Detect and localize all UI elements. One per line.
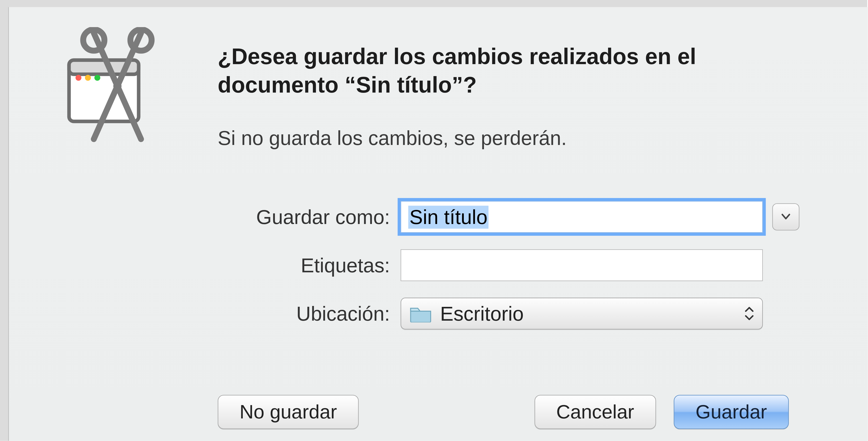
chevron-down-icon	[781, 213, 791, 220]
save-as-label: Guardar como:	[219, 205, 401, 229]
expand-save-panel-button[interactable]	[772, 203, 799, 230]
save-as-value: Sin título	[408, 205, 489, 229]
dialog-button-bar: No guardar Cancelar Guardar	[218, 395, 789, 429]
save-changes-dialog: ¿Desea guardar los cambios realizados en…	[8, 7, 868, 441]
svg-point-2	[75, 75, 81, 80]
save-form: Guardar como: Sin título Etiquetas:	[219, 199, 802, 344]
folder-icon	[409, 305, 432, 322]
tags-input[interactable]	[401, 249, 763, 281]
location-popup[interactable]: Escritorio	[401, 298, 763, 330]
location-value: Escritorio	[440, 302, 524, 325]
dont-save-button[interactable]: No guardar	[218, 395, 359, 429]
dialog-heading: ¿Desea guardar los cambios realizados en…	[218, 42, 784, 99]
cancel-button[interactable]: Cancelar	[534, 395, 656, 429]
save-as-input[interactable]: Sin título	[401, 201, 763, 233]
svg-point-4	[94, 75, 100, 80]
up-down-arrows-icon	[745, 306, 754, 320]
svg-point-7	[113, 82, 122, 90]
location-label: Ubicación:	[219, 302, 401, 325]
dialog-subheading: Si no guarda los cambios, se perderán.	[218, 126, 784, 150]
svg-point-3	[85, 75, 91, 80]
screenshot-scissors-icon	[53, 27, 170, 145]
tags-label: Etiquetas:	[219, 254, 401, 277]
save-button[interactable]: Guardar	[674, 395, 789, 429]
